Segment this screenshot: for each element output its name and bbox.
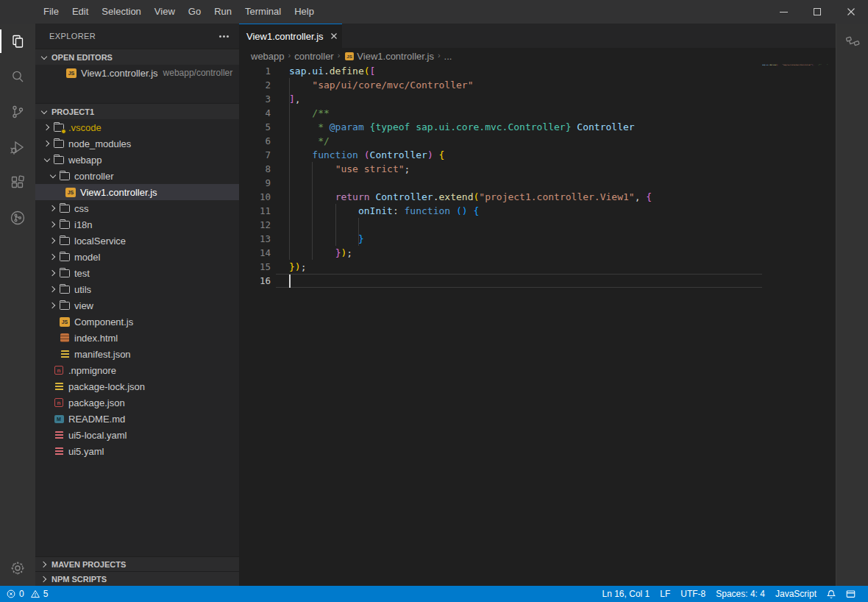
open-editors-header[interactable]: OPEN EDITORS: [35, 49, 239, 65]
menu-terminal[interactable]: Terminal: [238, 0, 288, 24]
tree-item-utils[interactable]: utils: [35, 281, 239, 297]
tree-item-manifest-json[interactable]: manifest.json: [35, 346, 239, 362]
minimize-button[interactable]: [766, 0, 800, 24]
menu-selection[interactable]: Selection: [95, 0, 147, 24]
tree-item-localservice[interactable]: localService: [35, 233, 239, 249]
code-line-2[interactable]: 2 "sap/ui/core/mvc/Controller": [239, 78, 836, 92]
menu-help[interactable]: Help: [288, 0, 321, 24]
tree-item-ui5-yaml[interactable]: ui5.yaml: [35, 443, 239, 459]
code-line-6[interactable]: 6 */: [239, 134, 836, 148]
manage-gear-icon[interactable]: [0, 550, 35, 586]
chevron-down-icon: [41, 154, 53, 166]
code-line-5[interactable]: 5 * @param {typeof sap.ui.core.mvc.Contr…: [239, 120, 836, 134]
status-utf-8[interactable]: UTF-8: [675, 586, 711, 602]
code-line-7[interactable]: 7 function (Controller) {: [239, 148, 836, 162]
code-line-4[interactable]: 4 /**: [239, 106, 836, 120]
close-button[interactable]: [834, 0, 868, 24]
tree-item-package-lock-json[interactable]: package-lock.json: [35, 378, 239, 394]
tab-view1-controller[interactable]: View1.controller.js: [239, 24, 342, 48]
menu-view[interactable]: View: [148, 0, 182, 24]
tree-item-model[interactable]: model: [35, 249, 239, 265]
search-icon[interactable]: [0, 59, 35, 94]
tab-bar: View1.controller.js: [239, 24, 836, 48]
open-editor-item[interactable]: JSView1.controller.jswebapp/controller: [35, 65, 239, 81]
right-activity-bar: [836, 24, 868, 586]
menu-edit[interactable]: Edit: [65, 0, 95, 24]
tree-item--npmignore[interactable]: n.npmignore: [35, 362, 239, 378]
explorer-sidebar: EXPLORER OPEN EDITORS JSView1.controller…: [35, 24, 239, 586]
extensions-icon[interactable]: [0, 165, 35, 200]
tree-item-webapp[interactable]: webapp: [35, 152, 239, 168]
code-line-1[interactable]: 1sap.ui.define([: [239, 64, 836, 78]
open-editors-label: OPEN EDITORS: [51, 53, 113, 62]
explorer-icon[interactable]: [0, 24, 35, 59]
code-line-12[interactable]: 12: [239, 218, 836, 232]
status-spaces-4-4[interactable]: Spaces: 4: 4: [711, 586, 770, 602]
project-label: PROJECT1: [51, 107, 94, 116]
chevron-right-icon: [47, 235, 59, 247]
code-line-14[interactable]: 14 });: [239, 246, 836, 260]
breadcrumb-item-3[interactable]: JSView1.controller.js: [344, 50, 434, 62]
menu-go[interactable]: Go: [182, 0, 207, 24]
breadcrumb-item-2[interactable]: controller: [294, 51, 333, 62]
line-number: 10: [239, 190, 271, 204]
run-debug-icon[interactable]: [0, 130, 35, 165]
section-npm-scripts[interactable]: NPM SCRIPTS: [35, 571, 239, 586]
folder-icon: [59, 235, 71, 247]
line-number: 16: [239, 274, 271, 288]
code-line-3[interactable]: 3],: [239, 92, 836, 106]
status-javascript[interactable]: JavaScript: [770, 586, 822, 602]
close-icon[interactable]: [330, 30, 338, 42]
structure-icon[interactable]: [835, 24, 868, 59]
breadcrumb-label: View1.controller.js: [357, 51, 434, 62]
tree-item-label: README.md: [68, 414, 125, 425]
menu-run[interactable]: Run: [207, 0, 238, 24]
code-line-13[interactable]: 13 }: [239, 232, 836, 246]
line-content: /**: [289, 106, 330, 120]
code-line-9[interactable]: 9: [239, 176, 836, 190]
tree-item-controller[interactable]: controller: [35, 168, 239, 184]
notifications-bell-icon[interactable]: [822, 589, 841, 599]
line-content: });: [289, 260, 306, 274]
tree-item-index-html[interactable]: index.html: [35, 330, 239, 346]
tree-item-node-modules[interactable]: node_modules: [35, 135, 239, 152]
tree-item-readme-md[interactable]: MREADME.md: [35, 411, 239, 427]
maximize-icon: [814, 8, 821, 15]
layout-icon[interactable]: [841, 589, 861, 599]
breadcrumb[interactable]: webapp›controller›JSView1.controller.js›…: [239, 48, 836, 64]
minimap[interactable]: sap.ui.define([ "sap/ui/core/mvc/Control…: [762, 64, 828, 66]
project-header[interactable]: PROJECT1: [35, 103, 239, 119]
tree-item-test[interactable]: test: [35, 265, 239, 281]
more-actions-icon[interactable]: [218, 30, 230, 42]
tree-item-package-json[interactable]: npackage.json: [35, 394, 239, 411]
chevron-right-icon: [47, 300, 59, 311]
tree-item-component-js[interactable]: JSComponent.js: [35, 314, 239, 330]
dependencies-icon[interactable]: [0, 200, 35, 236]
tree-item-view1-controller-js[interactable]: JSView1.controller.js: [35, 184, 239, 200]
section-maven-projects[interactable]: MAVEN PROJECTS: [35, 556, 239, 571]
tree-item-ui5-local-yaml[interactable]: ui5-local.yaml: [35, 427, 239, 443]
problems-status[interactable]: 0 5: [6, 589, 48, 599]
tree-item-view[interactable]: view: [35, 297, 239, 314]
status-ln-16-col-1[interactable]: Ln 16, Col 1: [597, 586, 655, 602]
status-lf[interactable]: LF: [655, 586, 675, 602]
code-line-8[interactable]: 8 "use strict";: [239, 162, 836, 176]
source-control-icon[interactable]: [0, 94, 35, 130]
code-line-11[interactable]: 11 onInit: function () {: [239, 204, 836, 218]
code-editor[interactable]: 1sap.ui.define([2 "sap/ui/core/mvc/Contr…: [239, 64, 836, 586]
maximize-button[interactable]: [800, 0, 834, 24]
warning-badge: [61, 129, 66, 134]
tree-item--vscode[interactable]: .vscode: [35, 119, 239, 135]
breadcrumb-item-4[interactable]: ...: [444, 51, 452, 62]
tree-item-i18n[interactable]: i18n: [35, 216, 239, 233]
code-line-15[interactable]: 15});: [239, 260, 836, 274]
warning-count: 5: [43, 589, 49, 599]
menu-file[interactable]: File: [37, 0, 65, 24]
breadcrumb-item-1[interactable]: webapp: [251, 51, 285, 62]
chevron-right-icon: [47, 219, 59, 230]
tree-item-css[interactable]: css: [35, 200, 239, 216]
folder-icon: [59, 170, 71, 182]
code-line-10[interactable]: 10 return Controller.extend("project1.co…: [239, 190, 836, 204]
line-content: */: [289, 134, 330, 148]
chevron-right-icon: [41, 138, 53, 149]
